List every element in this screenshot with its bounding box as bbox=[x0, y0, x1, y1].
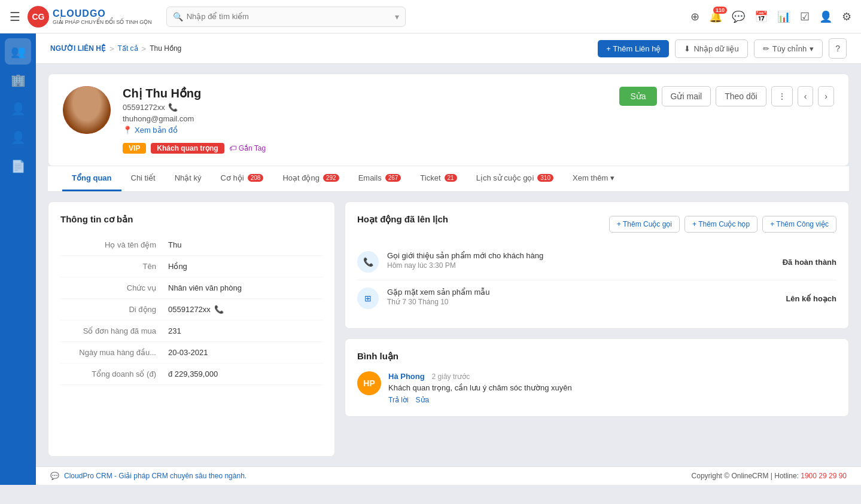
next-button[interactable]: › bbox=[818, 86, 834, 106]
add-meeting-button[interactable]: + Thêm Cuộc họp bbox=[684, 216, 757, 233]
user-icon: 👤 bbox=[11, 102, 26, 116]
tab-lich-su-badge: 310 bbox=[537, 174, 553, 182]
avatar-image bbox=[63, 86, 111, 134]
profile-header: Chị Thu Hồng 05591272xx 📞 thuhong@gmail.… bbox=[63, 86, 834, 154]
activity-body-1: Gọi giới thiệu sản phẩm mới cho khách hà… bbox=[387, 251, 774, 273]
edit-button[interactable]: Sửa bbox=[619, 87, 656, 106]
info-value-mobile: 05591272xx 📞 bbox=[168, 305, 323, 314]
help-button[interactable]: ? bbox=[829, 38, 847, 59]
tab-co-hoi[interactable]: Cơ hội 208 bbox=[211, 166, 273, 191]
sidebar-item-user[interactable]: 👤 bbox=[5, 96, 31, 122]
navbar: ☰ CG CLOUDGO GIẢI PHÁP CHUYỂN ĐỔI SỐ TIN… bbox=[0, 0, 861, 33]
customize-label: Tùy chỉnh bbox=[772, 44, 807, 53]
profile-map[interactable]: 📍 Xem bản đồ bbox=[123, 126, 266, 135]
tab-co-hoi-label: Cơ hội bbox=[221, 173, 244, 182]
sidebar-item-company[interactable]: 🏢 bbox=[5, 67, 31, 93]
info-label-orders: Số đơn hàng đã mua bbox=[60, 326, 168, 335]
search-bar[interactable]: 🔍 ▾ bbox=[166, 7, 406, 27]
footer-right: Copyright © OnlineCRM | Hotline: 1900 29… bbox=[692, 472, 847, 480]
tab-hoat-dong-label: Hoạt động bbox=[282, 173, 320, 182]
footer-right-text: Copyright © OnlineCRM | Hotline: bbox=[692, 472, 801, 480]
import-data-button[interactable]: ⬇ Nhập dữ liệu bbox=[675, 39, 747, 58]
add-contact-button[interactable]: + Thêm Liên hệ bbox=[598, 40, 669, 57]
info-row-first-buy: Ngày mua hàng đầu... 20-03-2021 bbox=[60, 342, 323, 364]
info-label-first-buy: Ngày mua hàng đầu... bbox=[60, 348, 168, 357]
meeting-activity-icon: ⊞ bbox=[364, 294, 372, 303]
profile-icon[interactable]: 👤 bbox=[819, 10, 832, 23]
contacts-icon: 👥 bbox=[11, 44, 26, 59]
sidebar-item-user2[interactable]: 👤 bbox=[5, 124, 31, 151]
tab-hoat-dong-badge: 292 bbox=[323, 174, 339, 182]
notification-icon[interactable]: 🔔 110 bbox=[709, 10, 722, 23]
sidebar-item-document[interactable]: 📄 bbox=[5, 153, 31, 179]
settings-icon[interactable]: ⚙ bbox=[842, 10, 851, 23]
breadcrumb-root[interactable]: NGƯỜI LIÊN HỆ bbox=[50, 44, 106, 53]
chat-icon[interactable]: 💬 bbox=[732, 10, 745, 23]
comment-reply-button[interactable]: Trả lời bbox=[388, 396, 409, 404]
add-call-button[interactable]: + Thêm Cuộc gọi bbox=[609, 216, 680, 233]
comment-time-1: 2 giây trước bbox=[432, 372, 470, 381]
comment-body-1: Hà Phong 2 giây trước Khách quan trọng, … bbox=[388, 371, 836, 404]
follow-button[interactable]: Theo dõi bbox=[716, 86, 766, 106]
add-tag-button[interactable]: 🏷 Gắn Tag bbox=[229, 144, 266, 152]
navbar-actions: ⊕ 🔔 110 💬 📅 📊 ☑ 👤 ⚙ bbox=[690, 10, 851, 23]
chart-icon[interactable]: 📊 bbox=[777, 10, 790, 23]
activity-status-1: Đã hoàn thành bbox=[783, 258, 836, 267]
activity-time-2: Thứ 7 30 Tháng 10 bbox=[387, 298, 777, 306]
activity-time-1: Hôm nay lúc 3:30 PM bbox=[387, 261, 774, 270]
tab-nhat-ky[interactable]: Nhật ký bbox=[165, 166, 211, 191]
sidebar: 👥 🏢 👤 👤 📄 bbox=[0, 33, 36, 485]
send-mail-button[interactable]: Gửi mail bbox=[662, 86, 711, 106]
tab-emails[interactable]: Emails 267 bbox=[349, 166, 411, 191]
profile-email: thuhong@gmail.com bbox=[123, 114, 266, 123]
chevron-down-icon: ▾ bbox=[810, 44, 814, 53]
customize-button[interactable]: ✏ Tùy chỉnh ▾ bbox=[754, 39, 823, 58]
profile-name: Chị Thu Hồng bbox=[123, 86, 266, 100]
mobile-phone-icon[interactable]: 📞 bbox=[214, 305, 224, 314]
info-label-name: Tên bbox=[60, 262, 168, 271]
add-task-button[interactable]: + Thêm Công việc bbox=[762, 216, 836, 233]
more-options-button[interactable]: ⋮ bbox=[771, 86, 793, 106]
tab-xem-them[interactable]: Xem thêm ▾ bbox=[563, 166, 624, 191]
tab-ticket[interactable]: Ticket 21 bbox=[410, 166, 466, 191]
logo-text: CLOUDGO GIẢI PHÁP CHUYỂN ĐỔI SỐ TINH GỌN bbox=[53, 8, 152, 25]
comment-edit-button[interactable]: Sửa bbox=[416, 396, 430, 404]
logo: CG CLOUDGO GIẢI PHÁP CHUYỂN ĐỔI SỐ TINH … bbox=[28, 6, 152, 28]
tab-chi-tiet[interactable]: Chi tiết bbox=[121, 166, 165, 191]
avatar bbox=[63, 86, 111, 134]
info-row-orders: Số đơn hàng đã mua 231 bbox=[60, 320, 323, 342]
info-value-name: Hồng bbox=[168, 262, 323, 271]
company-icon: 🏢 bbox=[11, 73, 26, 87]
comment-avatar-1: HP bbox=[357, 371, 381, 395]
map-link-text: Xem bản đồ bbox=[135, 126, 178, 135]
tab-co-hoi-badge: 208 bbox=[248, 174, 264, 182]
sidebar-item-contacts[interactable]: 👥 bbox=[5, 38, 31, 65]
info-value-first-buy: 20-03-2021 bbox=[168, 348, 323, 357]
search-input[interactable] bbox=[187, 12, 391, 21]
mobile-number: 05591272xx bbox=[168, 305, 211, 314]
info-value-position: Nhân viên văn phòng bbox=[168, 283, 323, 292]
tab-ticket-badge: 21 bbox=[445, 174, 457, 182]
footer-left-text: CloudPro CRM - Giải pháp CRM chuyên sâu … bbox=[64, 472, 247, 480]
calendar-icon[interactable]: 📅 bbox=[754, 10, 768, 23]
breadcrumb-level1[interactable]: Tất cả bbox=[118, 44, 138, 53]
activity-item-2: ⊞ Gặp mặt xem sản phẩm mẫu Thứ 7 30 Thán… bbox=[357, 280, 836, 316]
tag-vip: VIP bbox=[123, 143, 146, 154]
tab-hoat-dong[interactable]: Hoạt động 292 bbox=[273, 166, 348, 191]
info-row-fullname: Họ và tên đệm Thu bbox=[60, 234, 323, 256]
hamburger-menu[interactable]: ☰ bbox=[10, 10, 20, 24]
search-dropdown-icon[interactable]: ▾ bbox=[395, 12, 399, 22]
chat-footer-icon: 💬 bbox=[50, 472, 59, 480]
comment-panel: Bình luận HP Hà Phong 2 giây trước Khách… bbox=[345, 338, 849, 417]
tab-emails-label: Emails bbox=[358, 173, 382, 182]
add-icon[interactable]: ⊕ bbox=[690, 10, 699, 23]
import-icon: ⬇ bbox=[684, 44, 690, 53]
checkbox-icon[interactable]: ☑ bbox=[800, 10, 810, 23]
tab-lich-su[interactable]: Lịch sử cuộc gọi 310 bbox=[467, 166, 563, 191]
prev-button[interactable]: ‹ bbox=[798, 86, 814, 106]
tab-ticket-label: Ticket bbox=[420, 173, 440, 182]
activity-header: Hoạt động đã lên lịch + Thêm Cuộc gọi + … bbox=[357, 214, 836, 234]
tab-nhat-ky-label: Nhật ký bbox=[175, 173, 202, 182]
phone-number: 05591272xx bbox=[123, 103, 165, 112]
tab-tong-quan[interactable]: Tổng quan bbox=[62, 166, 121, 191]
